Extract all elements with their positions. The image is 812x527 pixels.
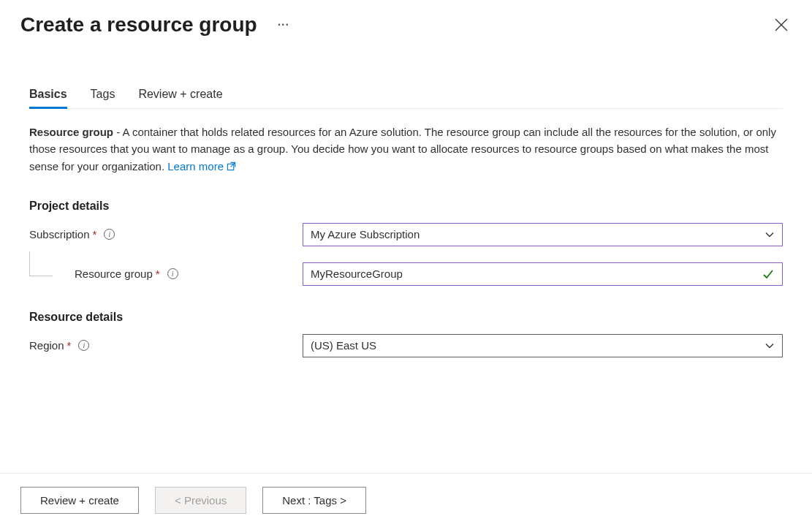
close-icon (775, 18, 788, 31)
learn-more-link[interactable]: Learn more (167, 158, 236, 175)
footer: Review + create < Previous Next : Tags > (0, 473, 812, 527)
resource-group-value: MyResourceGroup (311, 268, 403, 280)
previous-button: < Previous (155, 487, 246, 514)
svg-line-3 (231, 162, 235, 167)
checkmark-icon (762, 268, 775, 281)
info-icon[interactable]: i (167, 268, 178, 279)
tab-tags[interactable]: Tags (91, 88, 115, 108)
region-value: (US) East US (311, 339, 376, 352)
chevron-down-icon (764, 230, 775, 240)
required-indicator: * (156, 268, 160, 280)
required-indicator: * (67, 339, 72, 352)
region-label: Region (29, 339, 64, 352)
tab-basics[interactable]: Basics (29, 88, 67, 108)
chevron-down-icon (764, 341, 775, 351)
subscription-label: Subscription (29, 228, 90, 240)
description-lead: Resource group (29, 126, 113, 138)
ellipsis-icon[interactable]: ··· (278, 18, 289, 31)
close-button[interactable] (771, 15, 792, 35)
next-button[interactable]: Next : Tags > (262, 487, 366, 514)
section-resource-details: Resource details (29, 311, 783, 324)
subscription-value: My Azure Subscription (311, 228, 420, 240)
info-icon[interactable]: i (78, 340, 89, 351)
description-text: Resource group - A container that holds … (29, 124, 782, 175)
description-body: - A container that holds related resourc… (29, 126, 776, 172)
required-indicator: * (93, 228, 97, 240)
tabs: Basics Tags Review + create (29, 88, 783, 109)
info-icon[interactable]: i (104, 229, 115, 240)
review-create-button[interactable]: Review + create (20, 487, 139, 514)
page-title: Create a resource group (20, 13, 257, 37)
resource-group-input[interactable]: MyResourceGroup (303, 262, 783, 286)
tab-review[interactable]: Review + create (138, 88, 222, 108)
resource-group-label: Resource group (75, 268, 153, 280)
section-project-details: Project details (29, 200, 783, 213)
subscription-select[interactable]: My Azure Subscription (303, 223, 783, 246)
indent-line (29, 251, 53, 276)
external-link-icon (227, 162, 236, 171)
region-select[interactable]: (US) East US (303, 334, 783, 357)
